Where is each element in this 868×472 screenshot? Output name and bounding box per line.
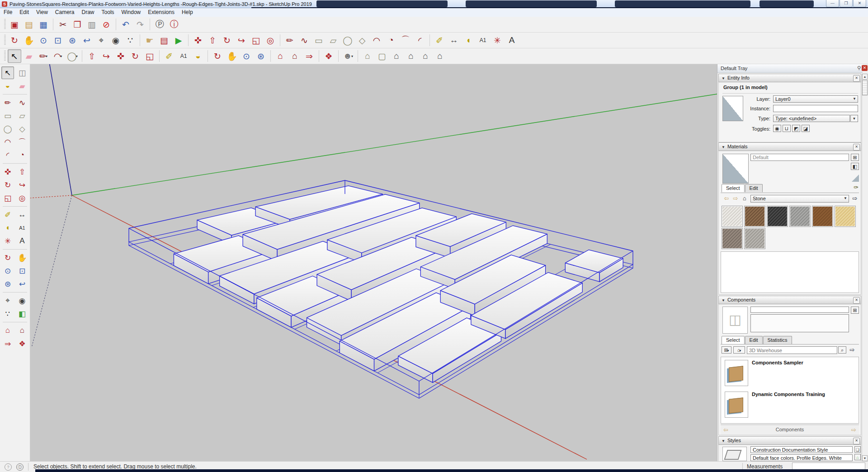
- entity-info-close-icon[interactable]: ✕: [853, 75, 860, 82]
- arc-2pt-icon[interactable]: ⌒: [399, 33, 412, 47]
- send-to-layout-icon[interactable]: ⇒: [302, 49, 316, 63]
- right-view-icon[interactable]: ⌂: [404, 49, 418, 63]
- component-folder-icon[interactable]: [725, 392, 748, 418]
- material-swatch-sandstone-tan[interactable]: [835, 206, 856, 227]
- orbit-icon[interactable]: ↻: [1, 251, 14, 264]
- update-style-button[interactable]: ❏: [854, 446, 861, 453]
- copy-icon[interactable]: ❐: [71, 18, 84, 31]
- materials-tab-edit[interactable]: Edit: [745, 184, 763, 192]
- pan-icon[interactable]: ✋: [16, 251, 28, 264]
- make-component-icon[interactable]: ◫: [16, 66, 28, 79]
- pie-icon[interactable]: ◔: [16, 149, 28, 161]
- scrollbar-thumb[interactable]: [862, 80, 868, 95]
- components-close-icon[interactable]: ✕: [853, 297, 860, 304]
- push-pull-icon[interactable]: ⇧: [16, 165, 28, 178]
- menu-extensions[interactable]: Extensions: [144, 8, 178, 17]
- tape-measure-icon[interactable]: ✐: [162, 49, 176, 63]
- follow-me-icon[interactable]: ↪: [16, 179, 28, 191]
- arc-2pt-icon[interactable]: ⌒: [16, 136, 28, 148]
- instructor-panel-icon[interactable]: ▤: [157, 33, 171, 47]
- lock-toggle-icon[interactable]: ⊔: [783, 125, 791, 132]
- geolocation-icon[interactable]: ?: [5, 463, 12, 471]
- material-swatch-marble-white[interactable]: [722, 206, 743, 227]
- toolbar-grip[interactable]: [4, 19, 6, 30]
- model-canvas[interactable]: [30, 64, 717, 461]
- zoom-icon[interactable]: ⊙: [37, 33, 50, 47]
- move-icon[interactable]: ✜: [114, 49, 127, 63]
- save-icon[interactable]: ▦: [37, 18, 50, 31]
- style-edit-button[interactable]: ⌂: [854, 454, 861, 460]
- menu-tools[interactable]: Tools: [98, 8, 118, 17]
- protractor-icon[interactable]: ◖: [1, 222, 14, 234]
- menu-file[interactable]: File: [0, 8, 16, 17]
- circle-icon[interactable]: ◯: [341, 33, 354, 47]
- dimension-icon[interactable]: ↔: [447, 33, 461, 47]
- previous-icon[interactable]: ↩: [16, 278, 28, 290]
- toolbar-grip[interactable]: [4, 35, 6, 46]
- components-tab-edit[interactable]: Edit: [745, 336, 763, 344]
- freehand-icon[interactable]: ∿: [16, 96, 28, 109]
- in-model-icon[interactable]: ⌂: [741, 195, 749, 202]
- dropdown-arrow-icon[interactable]: ▾: [76, 54, 78, 58]
- material-swatch-travertine-brown[interactable]: [744, 206, 765, 227]
- rotate-icon[interactable]: ↻: [220, 33, 234, 47]
- menu-view[interactable]: View: [33, 8, 52, 17]
- tape-measure-icon[interactable]: ✐: [433, 33, 446, 47]
- zoom-extents-icon[interactable]: ⊛: [66, 33, 79, 47]
- orbit-icon[interactable]: ↻: [211, 49, 224, 63]
- walk-icon[interactable]: ∵: [123, 33, 137, 47]
- axes-icon[interactable]: ✳: [1, 235, 14, 247]
- 3d-text-icon[interactable]: A: [505, 33, 519, 47]
- sample-paint-icon[interactable]: ✑: [854, 184, 859, 191]
- zoom-icon[interactable]: ⊙: [240, 49, 253, 63]
- arc-3pt-icon[interactable]: ◜: [1, 149, 14, 161]
- offset-icon[interactable]: ◎: [16, 192, 28, 204]
- print-icon[interactable]: Ⓟ: [153, 18, 166, 31]
- display-pane-button[interactable]: ⊞: [851, 154, 859, 161]
- top-view-icon[interactable]: ▢: [375, 49, 389, 63]
- shape-menu-icon[interactable]: ◯▾: [66, 49, 79, 63]
- text-icon[interactable]: A1: [476, 33, 490, 47]
- components-tab-statistics[interactable]: Statistics: [763, 336, 792, 344]
- cut-icon[interactable]: ✂: [56, 18, 70, 31]
- components-list[interactable]: Components SamplerDynamic Components Tra…: [721, 357, 859, 424]
- scale-icon[interactable]: ◱: [1, 192, 14, 204]
- details-arrow-icon[interactable]: ⇨: [848, 346, 856, 354]
- front-view-icon[interactable]: ⌂: [390, 49, 403, 63]
- 3d-warehouse-icon[interactable]: ⌂: [1, 324, 14, 337]
- dropdown-arrow-icon[interactable]: ▾: [60, 54, 62, 58]
- menu-window[interactable]: Window: [118, 8, 145, 17]
- minimize-button[interactable]: —: [826, 0, 839, 7]
- redo-icon[interactable]: ↷: [133, 18, 147, 31]
- zoom-icon[interactable]: ⊙: [1, 264, 14, 277]
- receive-shadows-toggle-icon[interactable]: ◩: [792, 125, 800, 132]
- close-button[interactable]: ✕: [853, 0, 866, 7]
- scale-icon[interactable]: ◱: [143, 49, 156, 63]
- pin-icon[interactable]: ⚲: [857, 65, 861, 71]
- position-camera-icon[interactable]: ⌖: [94, 33, 108, 47]
- create-material-button[interactable]: ◧: [851, 163, 859, 170]
- account-icon[interactable]: ☻▾: [341, 49, 355, 63]
- menu-help[interactable]: Help: [178, 8, 197, 17]
- line-menu-icon[interactable]: ✏▾: [37, 49, 50, 63]
- walk-icon[interactable]: ∵: [1, 307, 14, 320]
- undo-icon[interactable]: ↶: [119, 18, 132, 31]
- cursor-hand-icon[interactable]: ☛: [143, 33, 156, 47]
- send-to-layout-icon[interactable]: ⇒: [1, 337, 14, 350]
- move-icon[interactable]: ✜: [1, 165, 14, 178]
- pie-icon[interactable]: ◔: [384, 33, 398, 47]
- styles-header[interactable]: ▼Styles ✕: [718, 436, 861, 445]
- zoom-window-icon[interactable]: ⊡: [51, 33, 65, 47]
- back-view-icon[interactable]: ⌂: [419, 49, 432, 63]
- select-icon[interactable]: ↖: [8, 49, 21, 63]
- scroll-down-icon[interactable]: ▼: [862, 455, 868, 461]
- line-icon[interactable]: ✏: [283, 33, 297, 47]
- scroll-up-icon[interactable]: ▲: [862, 74, 868, 80]
- rotate-icon[interactable]: ↻: [128, 49, 142, 63]
- share-model-icon[interactable]: ⌂: [288, 49, 302, 63]
- components-tab-select[interactable]: Select: [722, 336, 745, 344]
- paint-bucket-icon[interactable]: ◒: [191, 49, 205, 63]
- collection-select[interactable]: Stone▼: [750, 195, 849, 203]
- materials-list-area[interactable]: [721, 251, 859, 293]
- offset-icon[interactable]: ◎: [264, 33, 277, 47]
